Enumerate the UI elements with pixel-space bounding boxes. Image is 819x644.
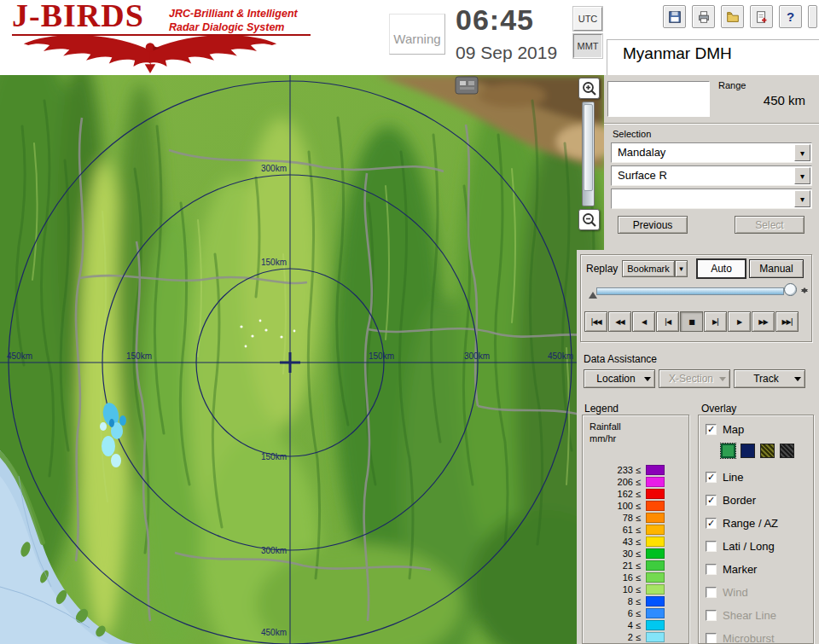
checkbox-lati-long[interactable] — [706, 541, 717, 552]
range-ring-label: 150km — [261, 258, 287, 267]
bookmark-dropdown-button[interactable]: ▾ — [675, 260, 688, 277]
legend-group: Rainfall mm/hr 233 ≤206 ≤162 ≤100 ≤78 ≤6… — [582, 415, 689, 644]
fast-rewind-button[interactable]: ◀◀ — [608, 311, 631, 332]
timeline-spinner-arrows-icon[interactable] — [800, 284, 809, 297]
clock-time: 06:45 — [456, 3, 534, 37]
radar-map-display[interactable]: 300km150km150km300km450km450km150km150km… — [0, 75, 604, 644]
checkbox-border[interactable]: ✓ — [706, 495, 717, 506]
zoom-slider[interactable] — [582, 102, 595, 206]
overlay-item-label: Shear Line — [723, 609, 776, 622]
legend-entry: 30 ≤ — [583, 548, 688, 560]
chevron-down-icon[interactable]: ▾ — [794, 190, 810, 207]
legend-value: 78 ≤ — [583, 513, 646, 523]
save-button[interactable] — [663, 5, 686, 28]
skip-to-start-button[interactable]: |◀◀ — [584, 311, 607, 332]
step-forward-button[interactable]: ▶| — [704, 311, 727, 332]
checkbox-map[interactable]: ✓ — [706, 424, 717, 435]
legend-entry: 2 ≤ — [583, 631, 688, 643]
select-button[interactable]: Select — [735, 216, 804, 234]
data-assistance-buttons: LocationX-SectionTrack — [584, 369, 805, 388]
skip-to-end-button[interactable]: ▶▶| — [775, 311, 799, 332]
playback-controls: |◀◀◀◀◀|◀■▶|▶▶▶▶▶| — [584, 311, 799, 332]
zoom-in-button[interactable] — [578, 78, 600, 99]
timeline-thumb[interactable] — [784, 283, 797, 296]
chevron-down-icon[interactable]: ▾ — [794, 167, 810, 184]
help-button[interactable]: ? — [779, 5, 802, 28]
bookmark-button[interactable]: Bookmark — [622, 260, 675, 277]
range-ring-label: 450km — [261, 628, 287, 637]
legend-color-swatch — [646, 608, 665, 618]
auto-mode-button[interactable]: Auto — [697, 259, 746, 278]
selection-combo-1[interactable]: Mandalay▾ — [611, 142, 812, 163]
overlay-item-label: Wind — [723, 586, 748, 599]
open-folder-button[interactable] — [721, 5, 744, 28]
step-back-button[interactable]: |◀ — [656, 311, 679, 332]
new-report-icon — [754, 9, 770, 25]
range-ring-label: 300km — [261, 546, 287, 555]
magnifier-minus-icon — [582, 212, 597, 228]
radar-map-canvas[interactable]: 300km150km150km300km450km450km150km150km… — [0, 75, 604, 644]
chevron-down-icon[interactable]: ▾ — [794, 144, 810, 161]
legend-value: 100 ≤ — [583, 501, 646, 511]
range-ring-label: 150km — [261, 452, 287, 461]
legend-value: 2 ≤ — [583, 632, 646, 642]
new-report-button[interactable] — [750, 5, 773, 28]
cropped-toolbar-button[interactable] — [808, 5, 817, 28]
manual-mode-button[interactable]: Manual — [749, 259, 804, 278]
magnifier-plus-icon — [582, 81, 597, 96]
checkbox-wind[interactable] — [706, 587, 717, 598]
checkbox-microburst[interactable] — [706, 633, 717, 644]
checkbox-line[interactable]: ✓ — [706, 472, 717, 483]
legend-entry: 61 ≤ — [583, 524, 688, 536]
replay-label: Replay — [586, 263, 618, 275]
legend-entry: 233 ≤ — [583, 464, 688, 476]
map-style-green[interactable] — [721, 444, 735, 458]
fast-forward-button[interactable]: ▶▶ — [752, 311, 775, 332]
legend-entry: 162 ≤ — [583, 488, 688, 500]
save-icon — [667, 9, 682, 25]
map-style-olive[interactable] — [760, 444, 775, 458]
zoom-out-button[interactable] — [578, 209, 600, 230]
play-reverse-button[interactable]: ◀ — [632, 311, 655, 332]
data-assistance-x-section-button[interactable]: X-Section — [659, 369, 730, 388]
previous-button[interactable]: Previous — [618, 216, 688, 234]
stop-button[interactable]: ■ — [680, 311, 703, 332]
help-icon: ? — [787, 9, 794, 24]
checkbox-shear-line[interactable] — [706, 610, 717, 621]
legend-value: 10 ≤ — [583, 584, 646, 595]
legend-color-swatch — [646, 596, 665, 606]
map-style-navy[interactable] — [741, 444, 755, 458]
timezone-button-mmt[interactable]: MMT — [573, 34, 602, 58]
legend-value: 233 ≤ — [583, 465, 646, 475]
play-button[interactable]: ▶ — [728, 311, 751, 332]
zoom-slider-thumb[interactable] — [584, 104, 593, 191]
print-button[interactable] — [692, 5, 715, 28]
checkbox-range-az[interactable]: ✓ — [706, 518, 717, 529]
selection-combo-2[interactable]: Surface R▾ — [611, 165, 812, 186]
toolbar: ? — [663, 5, 817, 28]
dropdown-arrow-icon — [794, 377, 801, 385]
legend-value: 16 ≤ — [583, 572, 646, 583]
data-assistance-track-button[interactable]: Track — [734, 369, 805, 388]
legend-entry: 21 ≤ — [583, 560, 688, 571]
data-assistance-location-button[interactable]: Location — [584, 369, 655, 388]
legend-unit-line2: mm/hr — [590, 433, 616, 444]
replay-group: Replay Bookmark ▾ Auto Manual |◀◀◀◀◀|◀■▶… — [580, 254, 812, 342]
legend-scale: 233 ≤206 ≤162 ≤100 ≤78 ≤61 ≤43 ≤30 ≤21 ≤… — [583, 464, 688, 644]
overlay-item-range-az: ✓Range / AZ — [706, 514, 813, 531]
legend-entry: 4 ≤ — [583, 619, 688, 631]
j-birds-app: J-BIRDS JRC-Brilliant & Intelligent Rada… — [0, 0, 819, 644]
logo-subtitle-line1: JRC-Brilliant & Intelligent — [169, 7, 298, 20]
selection-combo-3[interactable]: ▾ — [611, 189, 812, 209]
map-style-dark[interactable] — [780, 444, 794, 458]
legend-color-swatch — [646, 465, 665, 475]
overlay-item-microburst: Microburst — [706, 629, 813, 644]
range-label: Range — [718, 80, 746, 90]
checkbox-marker[interactable] — [706, 564, 717, 575]
overlay-item-lati-long: Lati / Long — [706, 537, 813, 554]
timezone-button-utc[interactable]: UTC — [573, 7, 602, 31]
clock-date: 09 Sep 2019 — [456, 43, 557, 63]
warning-button[interactable]: Warning — [389, 14, 445, 55]
eagle-logo-icon — [5, 31, 295, 73]
timeline-slider[interactable] — [596, 287, 784, 295]
